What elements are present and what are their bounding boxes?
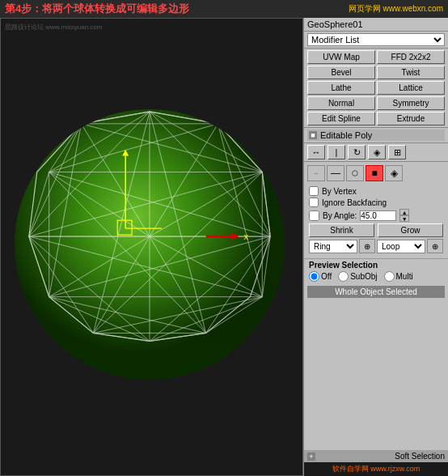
lower-panel: ·· — ⬡ ■ ◈ By Vertex Ignore Backfacing — [304, 162, 448, 462]
vertex-icon[interactable]: ·· — [307, 165, 325, 181]
ring-loop-row: Ring ⊕ Loop ⊕ — [309, 239, 443, 253]
extrude-button[interactable]: Extrude — [377, 112, 445, 125]
scale-icon[interactable]: ◈ — [368, 145, 386, 159]
sphere-svg: x — [1, 19, 302, 475]
uwv-map-button[interactable]: UVW Map — [307, 50, 375, 64]
top-banner: 第4步：将两个球体转换成可编辑多边形 网页学网 www.webxn.com — [0, 0, 448, 18]
preview-selection: Preview Selection Off SubObj Multi — [304, 258, 448, 283]
banner-title: 第4步：将两个球体转换成可编辑多边形 — [5, 2, 189, 16]
soft-selection-header[interactable]: + Soft Selection — [304, 450, 448, 462]
preview-radio-row: Off SubObj Multi — [309, 271, 443, 282]
modifier-list-section: Modifier List — [304, 32, 448, 49]
svg-text:x: x — [243, 232, 248, 241]
normal-button[interactable]: Normal — [307, 96, 375, 110]
collapse-icon[interactable]: ■ — [309, 131, 317, 139]
off-label: Off — [321, 272, 332, 281]
ring-select[interactable]: Ring — [309, 240, 357, 253]
edit-spline-button[interactable]: Edit Spline — [307, 112, 375, 125]
angle-down-btn[interactable]: ▼ — [399, 215, 409, 222]
soft-selection-label: Soft Selection — [395, 452, 445, 461]
shrink-grow-row: Shrink Grow — [309, 223, 443, 237]
subobj-icons: ·· — ⬡ ■ ◈ — [304, 162, 448, 183]
off-radio[interactable] — [309, 271, 319, 282]
ignore-backfacing-checkbox[interactable] — [309, 198, 319, 207]
ffd-button[interactable]: FFD 2x2x2 — [377, 50, 445, 64]
multi-radio[interactable] — [384, 271, 395, 282]
by-angle-row: By Angle: ▲ ▼ — [309, 209, 443, 222]
move-icon[interactable]: ↔ — [307, 145, 325, 159]
editable-poly-section: ■ Editable Poly — [304, 128, 448, 143]
subobj-option: SubObj — [338, 271, 377, 282]
multi-option: Multi — [384, 271, 413, 282]
multi-label: Multi — [396, 272, 413, 281]
object-name-bar: GeoSphere01 — [304, 18, 448, 32]
modifier-buttons: UVW Map FFD 2x2x2 Bevel Twist Lathe Latt… — [304, 49, 448, 128]
object-name: GeoSphere01 — [307, 19, 363, 29]
lathe-button[interactable]: Lathe — [307, 81, 375, 95]
edge-icon[interactable]: — — [327, 165, 344, 181]
selection-options: By Vertex Ignore Backfacing By Angle: ▲ … — [304, 183, 448, 257]
by-vertex-row: By Vertex — [309, 186, 443, 196]
viewport[interactable]: x 思路设计论坛 www.missyuan.com — [0, 18, 303, 476]
subobj-label: SubObj — [350, 272, 377, 281]
ignore-backfacing-row: Ignore Backfacing — [309, 198, 443, 207]
element-icon[interactable]: ◈ — [385, 165, 403, 181]
preview-selection-label: Preview Selection — [309, 261, 443, 270]
symmetry-button[interactable]: Symmetry — [377, 96, 445, 110]
by-vertex-checkbox[interactable] — [309, 186, 319, 196]
watermark-bottom: 软件自学网 www.rjzxw.com — [304, 462, 448, 476]
angle-up-btn[interactable]: ▲ — [399, 209, 409, 215]
whole-object-selected: Whole Object Selected — [307, 286, 445, 298]
select-icon[interactable]: | — [328, 145, 345, 159]
lattice-button[interactable]: Lattice — [377, 81, 445, 95]
site-right: 网页学网 www.webxn.com — [349, 3, 443, 15]
modifier-list-dropdown[interactable]: Modifier List — [307, 33, 445, 46]
angle-input[interactable] — [360, 210, 396, 221]
border-icon[interactable]: ⬡ — [346, 165, 364, 181]
main-layout: x 思路设计论坛 www.missyuan.com GeoSphere01 Mo… — [0, 18, 448, 476]
rotate-icon[interactable]: ↻ — [348, 145, 366, 159]
editable-poly-header[interactable]: ■ Editable Poly — [307, 130, 445, 141]
grow-button[interactable]: Grow — [378, 223, 443, 237]
by-vertex-label: By Vertex — [322, 187, 357, 196]
polygon-icon[interactable]: ■ — [366, 165, 383, 181]
bevel-button[interactable]: Bevel — [307, 66, 375, 79]
right-panel: GeoSphere01 Modifier List UVW Map FFD 2x… — [303, 18, 448, 476]
by-angle-label: By Angle: — [323, 211, 357, 220]
twist-button[interactable]: Twist — [377, 66, 445, 79]
ring-btn[interactable]: ⊕ — [359, 239, 375, 253]
soft-selection-collapse-icon[interactable]: + — [307, 453, 315, 461]
loop-btn[interactable]: ⊕ — [427, 239, 443, 253]
by-angle-checkbox[interactable] — [309, 210, 319, 221]
angle-spinner: ▲ ▼ — [399, 209, 409, 222]
tool-icons-row: ↔ | ↻ ◈ ⊞ — [304, 143, 448, 162]
loop-select[interactable]: Loop — [377, 240, 425, 253]
mirror-icon[interactable]: ⊞ — [388, 145, 406, 159]
off-option: Off — [309, 271, 332, 282]
editable-poly-label: Editable Poly — [320, 130, 372, 140]
shrink-button[interactable]: Shrink — [309, 223, 374, 237]
subobj-radio[interactable] — [338, 271, 349, 282]
ignore-backfacing-label: Ignore Backfacing — [322, 198, 387, 207]
